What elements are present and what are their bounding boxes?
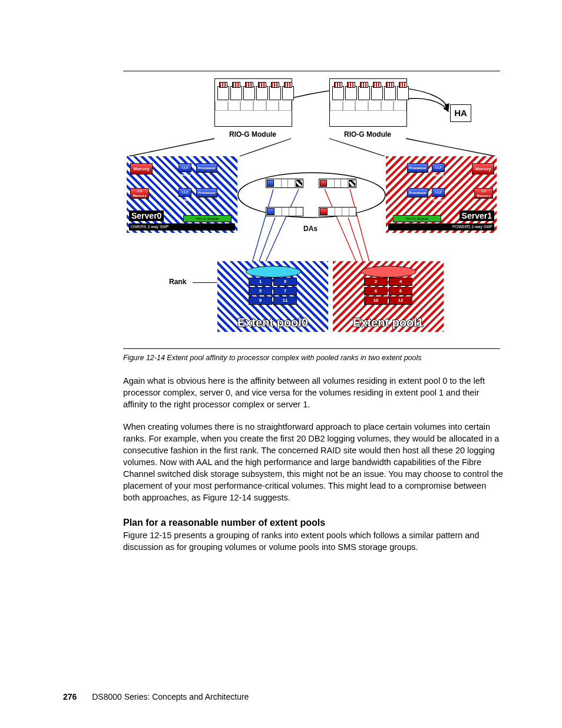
da-box	[319, 207, 356, 216]
footer-title: DS8000 Series: Concepts and Architecture	[92, 692, 249, 701]
riog-label-left: RIO-G Module	[214, 130, 291, 139]
page-number: 276	[63, 692, 77, 701]
rank-cell: 3	[273, 278, 297, 286]
server1-label: Server1	[459, 210, 494, 221]
paragraph: Again what is obvious here is the affini…	[123, 375, 503, 410]
rank-cell: 2	[364, 278, 388, 286]
l3-chip: L3 Memory	[474, 188, 493, 199]
da-box	[266, 179, 303, 188]
memory-chip: Memory	[130, 163, 153, 174]
svg-line-4	[325, 189, 360, 271]
adapter-row	[217, 86, 255, 100]
memory-chip: Memory	[472, 163, 494, 174]
diagram: RIO-G Module RIO-G Module HA Memory L3 M…	[123, 71, 500, 348]
riog-module-right	[329, 78, 407, 127]
rank-grid: 1 3 5 7 9 11	[246, 278, 300, 305]
processor-chip: Processor	[407, 188, 428, 197]
page-footer: 276 DS8000 Series: Concepts and Architec…	[63, 692, 249, 701]
paragraph: Figure 12-15 presents a grouping of rank…	[123, 529, 503, 553]
da-box	[266, 207, 303, 216]
svg-line-1	[250, 189, 273, 271]
processor-chip: Processor	[407, 163, 428, 173]
extent-pool1: 2 4 6 8 10 12 Extent pool1	[333, 261, 444, 332]
rank-cell: 8	[389, 287, 412, 295]
rank-cell: 5	[249, 287, 272, 295]
server0-label: Server0	[129, 210, 164, 221]
rank-label: Rank	[169, 278, 186, 286]
processor-chip: Processor	[196, 163, 217, 173]
rank-cell: 11	[273, 297, 297, 305]
rank-grid: 2 4 6 8 10 12	[361, 278, 415, 305]
ha-box: HA	[450, 104, 471, 122]
das-label: DAs	[303, 225, 318, 233]
rank-cell: 9	[249, 297, 272, 305]
rank-cell: 1	[249, 278, 272, 286]
pool0-label: Extent pool0	[217, 316, 328, 330]
rank-cell: 12	[389, 297, 412, 305]
riog-module-left	[214, 78, 292, 127]
adapter-row	[371, 86, 409, 100]
disk-icon	[361, 266, 416, 278]
adapter-row	[256, 86, 294, 100]
l12-chip: L1,2 Memory	[432, 188, 445, 197]
l12-chip: L1,2 Memory	[178, 163, 191, 172]
disk-icon	[246, 266, 301, 278]
l12-chip: L1,2 Memory	[432, 163, 445, 172]
extent-pool0: 1 3 5 7 9 11 Extent pool0	[217, 261, 328, 332]
svg-line-2	[262, 189, 299, 271]
server1-box: Processor Processor L1,2 Memory L1,2 Mem…	[386, 156, 497, 233]
riog-pill: RIO-G Module	[393, 215, 441, 222]
rank-cell: 4	[389, 278, 412, 286]
rank-cell: 10	[364, 297, 388, 305]
pool1-label: Extent pool1	[333, 316, 444, 330]
rank-cell: 6	[364, 287, 388, 295]
smp-bar: POWER5 2-way SMP	[388, 223, 494, 230]
adapter-row	[332, 86, 370, 100]
riog-label-right: RIO-G Module	[329, 130, 406, 139]
ha-label: HA	[454, 108, 468, 118]
smp-bar: OWERS 2-way SMP	[129, 223, 235, 230]
server0-box: Memory L3 Memory L1,2 Memory L1,2 Memory…	[127, 156, 237, 233]
da-box	[319, 179, 356, 188]
section-heading: Plan for a reasonable number of extent p…	[123, 518, 507, 528]
processor-chip: Processor	[196, 188, 217, 197]
riog-pill: RIO-G Module	[183, 215, 232, 222]
l3-chip: L3 Memory	[130, 188, 149, 199]
svg-line-5	[350, 189, 372, 271]
paragraph: When creating volumes there is no straig…	[123, 421, 503, 503]
figure-12-14: RIO-G Module RIO-G Module HA Memory L3 M…	[123, 71, 500, 349]
svg-point-0	[238, 173, 385, 218]
figure-caption: Figure 12-14 Extent pool affinity to pro…	[123, 354, 507, 362]
rank-cell: 7	[273, 287, 297, 295]
l12-chip: L1,2 Memory	[178, 188, 191, 197]
